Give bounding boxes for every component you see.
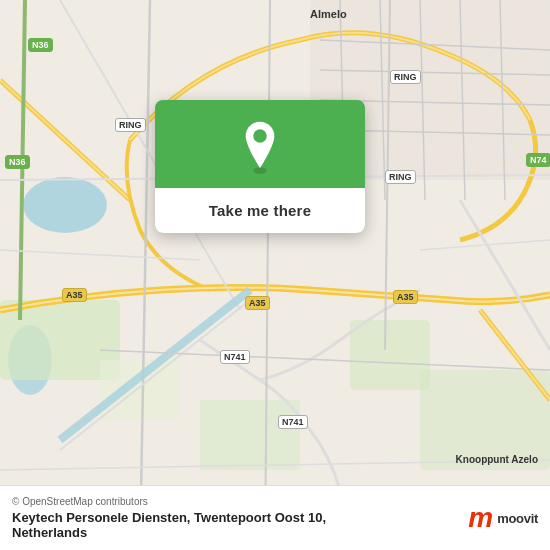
- svg-rect-7: [200, 400, 300, 470]
- location-pin-icon: [233, 120, 287, 174]
- moovit-m-letter: m: [468, 504, 493, 532]
- location-address: Keytech Personele Diensten, Twentepoort …: [12, 510, 326, 525]
- road-label-ring-1: RING: [115, 118, 146, 132]
- location-country: Netherlands: [12, 525, 326, 540]
- road-label-a35-3: A35: [393, 290, 418, 304]
- bottom-bar: © OpenStreetMap contributors Keytech Per…: [0, 485, 550, 550]
- map-attribution: © OpenStreetMap contributors: [12, 496, 326, 507]
- road-label-a35-2: A35: [245, 296, 270, 310]
- road-label-ring-2: RING: [390, 70, 421, 84]
- take-me-there-button[interactable]: Take me there: [155, 188, 365, 233]
- bottom-info: © OpenStreetMap contributors Keytech Per…: [12, 496, 326, 540]
- road-label-n36-2: N36: [5, 155, 30, 169]
- svg-point-36: [253, 167, 267, 174]
- svg-rect-6: [100, 360, 180, 420]
- moovit-logo: m moovit: [468, 504, 538, 532]
- moovit-brand-text: moovit: [497, 511, 538, 526]
- map-roads: [0, 0, 550, 550]
- road-label-n741-2: N741: [278, 415, 308, 429]
- road-label-n36-1: N36: [28, 38, 53, 52]
- location-label-knooppunt: Knooppunt Azelo: [456, 454, 538, 465]
- road-label-n741-1: N741: [220, 350, 250, 364]
- road-label-a35-1: A35: [62, 288, 87, 302]
- svg-point-37: [253, 129, 267, 143]
- location-card: Take me there: [155, 100, 365, 233]
- road-label-n74: N74: [526, 153, 550, 167]
- svg-point-1: [23, 177, 107, 233]
- road-label-ring-3: RING: [385, 170, 416, 184]
- map-container: N36 N36 RING RING RING A35 A35 A35 N741 …: [0, 0, 550, 550]
- svg-rect-4: [350, 320, 430, 390]
